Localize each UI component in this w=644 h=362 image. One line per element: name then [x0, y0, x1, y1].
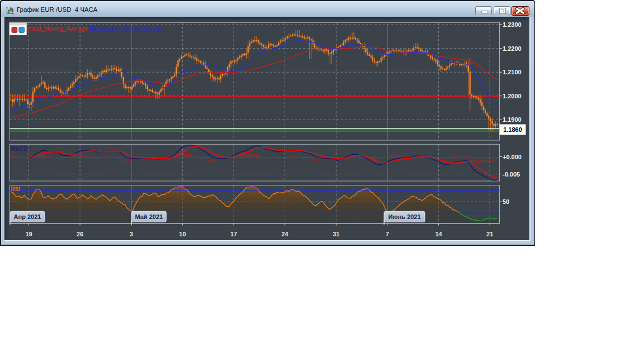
svg-text:Exponential_Moving_Average: Exponential_Moving_Average — [90, 25, 162, 32]
svg-text:1.1860: 1.1860 — [503, 126, 522, 133]
svg-text:+0.000: +0.000 — [503, 154, 522, 160]
svg-text:1.2100: 1.2100 — [503, 69, 522, 75]
svg-text:Июнь 2021: Июнь 2021 — [388, 213, 420, 220]
svg-text:19: 19 — [25, 231, 32, 237]
svg-text:50: 50 — [503, 198, 509, 205]
svg-text:3: 3 — [130, 231, 133, 237]
svg-text:14: 14 — [435, 231, 442, 237]
svg-text:1.2300: 1.2300 — [503, 21, 522, 28]
svg-text:7: 7 — [386, 231, 389, 237]
svg-text:Апр 2021: Апр 2021 — [14, 213, 41, 220]
svg-text:26: 26 — [77, 231, 83, 237]
svg-text:RSI: RSI — [11, 186, 21, 192]
svg-text:1.2200: 1.2200 — [503, 45, 522, 52]
svg-text:10: 10 — [179, 231, 186, 237]
svg-text:MACD: MACD — [11, 146, 28, 152]
svg-text:1.2000: 1.2000 — [503, 93, 522, 99]
svg-text:Май 2021: Май 2021 — [135, 213, 163, 220]
svg-text:21: 21 — [486, 231, 493, 237]
svg-text:-0.005: -0.005 — [503, 171, 520, 178]
svg-text:24: 24 — [281, 231, 288, 237]
svg-text:ential_Moving_Average: ential_Moving_Average — [27, 25, 88, 32]
svg-text:31: 31 — [333, 231, 339, 237]
svg-text:1.1900: 1.1900 — [503, 116, 522, 123]
svg-text:17: 17 — [230, 231, 237, 237]
